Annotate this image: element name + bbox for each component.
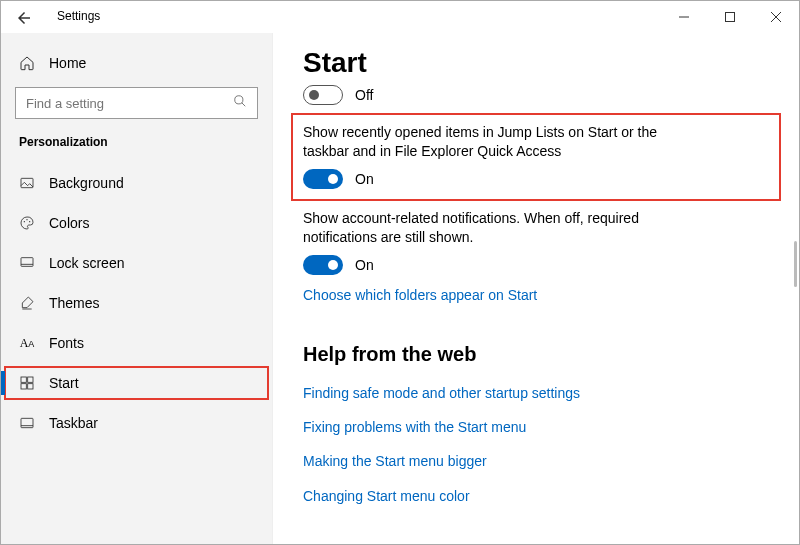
close-icon	[771, 12, 782, 23]
svg-point-8	[26, 219, 27, 220]
search-input[interactable]	[26, 96, 247, 111]
svg-rect-16	[21, 418, 33, 427]
nav-item-label: Lock screen	[49, 255, 124, 271]
taskbar-icon	[19, 415, 35, 431]
nav-home-label: Home	[49, 55, 86, 71]
nav-item-label: Colors	[49, 215, 89, 231]
sidebar: Home Personalization Background Colors L…	[1, 33, 273, 544]
toggle-jump-lists[interactable]	[303, 169, 343, 189]
lockscreen-icon	[19, 255, 35, 271]
palette-icon	[19, 215, 35, 231]
maximize-icon	[725, 12, 735, 22]
toggle-fullscreen[interactable]	[303, 85, 343, 105]
back-button[interactable]	[15, 9, 33, 27]
toggle-fullscreen-state: Off	[355, 87, 373, 103]
nav-start[interactable]: Start	[1, 363, 272, 403]
start-icon	[19, 375, 35, 391]
help-link[interactable]: Finding safe mode and other startup sett…	[303, 376, 769, 410]
minimize-button[interactable]	[661, 1, 707, 33]
get-help-row[interactable]: ? Get help	[303, 541, 769, 544]
svg-rect-10	[21, 258, 33, 267]
scrollbar[interactable]	[794, 241, 797, 287]
nav-item-label: Start	[49, 375, 79, 391]
nav-item-label: Fonts	[49, 335, 84, 351]
svg-line-5	[242, 103, 246, 107]
svg-rect-6	[21, 178, 33, 187]
close-button[interactable]	[753, 1, 799, 33]
title-bar: Settings	[1, 1, 799, 33]
fonts-icon: AA	[19, 335, 35, 351]
picture-icon	[19, 175, 35, 191]
svg-rect-12	[21, 377, 26, 382]
toggle-account-notifications-state: On	[355, 257, 374, 273]
setting-jump-lists-label: Show recently opened items in Jump Lists…	[303, 123, 683, 169]
nav-colors[interactable]: Colors	[1, 203, 272, 243]
svg-point-7	[24, 221, 25, 222]
nav-fonts[interactable]: AA Fonts	[1, 323, 272, 363]
nav-item-label: Background	[49, 175, 124, 191]
svg-rect-13	[28, 377, 33, 382]
main-content: Start Off Show recently opened items in …	[273, 33, 799, 544]
nav-taskbar[interactable]: Taskbar	[1, 403, 272, 443]
nav-item-label: Themes	[49, 295, 100, 311]
maximize-button[interactable]	[707, 1, 753, 33]
help-link[interactable]: Making the Start menu bigger	[303, 444, 769, 478]
search-box[interactable]	[15, 87, 258, 119]
svg-point-9	[29, 221, 30, 222]
setting-account-notifications-label: Show account-related notifications. When…	[303, 209, 683, 255]
home-icon	[19, 55, 35, 71]
nav-themes[interactable]: Themes	[1, 283, 272, 323]
toggle-jump-lists-state: On	[355, 171, 374, 187]
nav-lock-screen[interactable]: Lock screen	[1, 243, 272, 283]
setting-account-notifications: Show account-related notifications. When…	[303, 199, 769, 281]
back-arrow-icon	[15, 9, 33, 27]
link-choose-folders[interactable]: Choose which folders appear on Start	[303, 281, 769, 309]
sidebar-category-header: Personalization	[1, 129, 272, 163]
page-title: Start	[303, 33, 769, 81]
help-header: Help from the web	[303, 309, 769, 376]
help-link[interactable]: Fixing problems with the Start menu	[303, 410, 769, 444]
window-title: Settings	[57, 9, 100, 23]
nav-home[interactable]: Home	[1, 45, 272, 81]
svg-point-4	[235, 96, 243, 104]
svg-rect-14	[21, 384, 26, 389]
toggle-account-notifications[interactable]	[303, 255, 343, 275]
help-link[interactable]: Changing Start menu color	[303, 479, 769, 513]
nav-item-label: Taskbar	[49, 415, 98, 431]
themes-icon	[19, 295, 35, 311]
setting-jump-lists: Show recently opened items in Jump Lists…	[293, 115, 779, 199]
svg-rect-1	[726, 13, 735, 22]
search-icon	[233, 94, 247, 112]
minimize-icon	[679, 12, 689, 22]
nav-background[interactable]: Background	[1, 163, 272, 203]
svg-rect-15	[28, 384, 33, 389]
